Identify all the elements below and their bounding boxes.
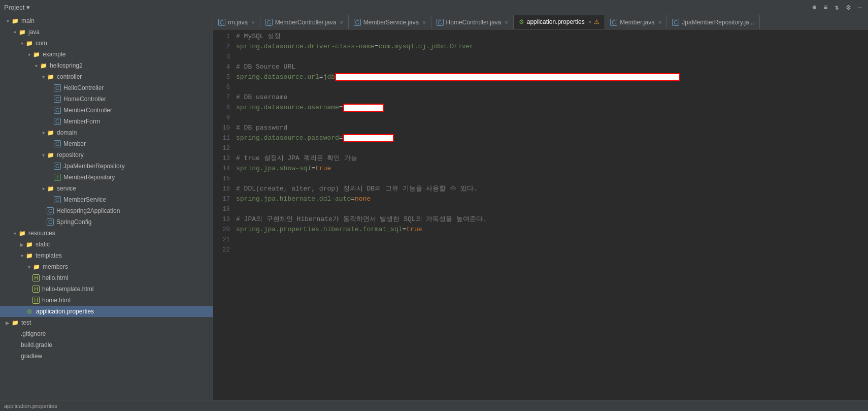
sidebar-label-homecontroller: HomeController [63, 96, 106, 103]
sidebar-label-hello-template-html: hello-template.html [42, 286, 93, 293]
sidebar-item-member[interactable]: C Member [0, 138, 213, 149]
sidebar-item-static[interactable]: ▶ 📁 static [0, 239, 213, 250]
sidebar-item-membercontroller[interactable]: C MemberController [0, 105, 213, 116]
sidebar-item-controller[interactable]: ▾ 📁 controller [0, 71, 213, 82]
editor-area: C rm.java × C MemberController.java × C … [213, 15, 868, 400]
tab-close-icon[interactable]: × [422, 19, 425, 25]
sidebar-label-home-html: home.html [42, 297, 71, 304]
editor-content[interactable]: 1 # MySQL 설정 2 spring.datasource.driver-… [213, 29, 868, 400]
bottom-bar: application.properties [0, 400, 868, 411]
class-c-icon: C [54, 96, 61, 103]
line-number: 15 [213, 174, 236, 184]
sidebar-item-service[interactable]: ▾ 📁 service [0, 183, 213, 194]
top-bar: Project ▾ ⊕ ≡ ⇅ ⚙ — [0, 0, 868, 15]
sort-icon[interactable]: ⇅ [833, 2, 841, 13]
line-number: 20 [213, 225, 236, 235]
minimize-icon[interactable]: — [856, 3, 864, 13]
code-line-16: 16 # DDL(create, alter, drop) 정의시 DB의 고유… [213, 184, 868, 194]
tab-form[interactable]: C rm.java × [213, 15, 260, 29]
html-icon: H [32, 274, 40, 281]
class-c-icon: C [54, 107, 61, 114]
project-label: Project [4, 4, 24, 11]
sidebar-item-com[interactable]: ▾ 📁 com [0, 38, 213, 49]
sidebar-item-hello-html[interactable]: H hello.html [0, 272, 213, 283]
tab-label-form: rm.java [228, 19, 248, 26]
settings-icon[interactable]: ⚙ [844, 2, 852, 13]
tab-icon-c: C [437, 19, 444, 26]
sidebar-item-springconfig[interactable]: C SpringConfig [0, 216, 213, 228]
sidebar-item-resources[interactable]: ▾ 📁 resources [0, 228, 213, 239]
redacted-password [343, 134, 394, 142]
sidebar-item-repository[interactable]: ▾ 📁 repository [0, 149, 213, 161]
line-number: 14 [213, 164, 236, 174]
project-dropdown[interactable]: Project ▾ [4, 4, 30, 11]
sidebar-item-java[interactable]: ▾ 📁 java [0, 26, 213, 38]
line-content: spring.jpa.hibernate.ddl-auto=none [236, 194, 868, 204]
folder-icon: 📁 [18, 28, 26, 36]
line-content: # DB password [236, 123, 868, 133]
sidebar-label-service: service [57, 185, 76, 192]
sidebar-label-member: Member [63, 140, 86, 147]
arrow-icon: ▾ [25, 264, 32, 270]
arrow-icon: ▾ [18, 41, 25, 46]
sidebar-label-build-gradle: build.gradle [21, 341, 52, 349]
sidebar-item-gradlew[interactable]: gradlew [0, 351, 213, 362]
line-number: 13 [213, 153, 236, 164]
redacted-username [343, 104, 384, 112]
tab-icon-c: C [354, 19, 361, 26]
folder-icon: 📁 [47, 151, 55, 159]
tab-memberservice[interactable]: C MemberService.java × [349, 15, 431, 29]
line-content: # DB Source URL [236, 62, 868, 72]
sidebar-item-main[interactable]: ▾ 📁 main [0, 15, 213, 26]
sidebar-item-memberrepository[interactable]: I MemberRepository [0, 172, 213, 183]
sidebar-item-home-html[interactable]: H home.html [0, 295, 213, 306]
tab-jpamemberrepository[interactable]: C JpaMemberRepository.ja... [667, 15, 759, 29]
sidebar-label-gitignore: .gitignore [21, 330, 46, 337]
sidebar-label-java: java [28, 28, 40, 36]
sidebar-label-hellospring2app: Hellospring2Application [56, 207, 120, 214]
tab-label-member: Member.java [620, 19, 655, 26]
tab-close-icon[interactable]: × [588, 19, 591, 25]
sidebar-item-hello-template-html[interactable]: H hello-template.html [0, 283, 213, 295]
tab-close-icon[interactable]: × [340, 19, 343, 25]
code-line-1: 1 # MySQL 설정 [213, 31, 868, 42]
sidebar-item-application-properties[interactable]: ⚙ application.properties [0, 306, 213, 317]
tab-member[interactable]: C Member.java × [605, 15, 667, 29]
sidebar-label-domain: domain [57, 129, 77, 136]
arrow-icon: ▾ [25, 52, 32, 57]
sidebar-item-memberform[interactable]: C MemberForm [0, 116, 213, 127]
sidebar-item-hellospring2app[interactable]: C Hellospring2Application [0, 205, 213, 216]
sidebar-item-test[interactable]: ▶ 📁 test [0, 317, 213, 328]
line-content: spring.datasource.url=jdb [236, 72, 868, 82]
arrow-icon: ▾ [40, 186, 47, 192]
sidebar-item-hellocontroller[interactable]: C HelloController [0, 82, 213, 93]
sidebar-label-jpamemberrepository: JpaMemberRepository [63, 163, 125, 170]
sidebar-item-jpamemberrepository[interactable]: C JpaMemberRepository [0, 161, 213, 172]
sidebar-item-example[interactable]: ▾ 📁 example [0, 49, 213, 60]
sidebar-item-memberservice[interactable]: C MemberService [0, 194, 213, 205]
sidebar-item-hellospring2[interactable]: ▾ 📁 hellospring2 [0, 60, 213, 71]
sidebar-item-homecontroller[interactable]: C HomeController [0, 93, 213, 105]
add-icon[interactable]: ⊕ [810, 2, 818, 13]
sidebar-item-members[interactable]: ▾ 📁 members [0, 261, 213, 272]
class-c-icon: C [54, 196, 61, 203]
line-content: # true 설정시 JPA 쿼리문 확인 가능 [236, 153, 868, 164]
line-number: 3 [213, 52, 236, 62]
sidebar-item-gitignore[interactable]: .gitignore [0, 328, 213, 339]
sidebar-item-build-gradle[interactable]: build.gradle [0, 339, 213, 351]
sidebar-item-templates[interactable]: ▾ 📁 templates [0, 250, 213, 261]
tab-application-properties[interactable]: ⚙ application.properties × ⚠ [514, 15, 606, 29]
sidebar-label-templates: templates [36, 252, 62, 259]
tab-close-icon[interactable]: × [658, 19, 661, 25]
tab-close-icon[interactable]: × [251, 19, 254, 25]
list-icon[interactable]: ≡ [821, 3, 829, 13]
line-number: 2 [213, 42, 236, 52]
code-line-6: 6 [213, 82, 868, 92]
code-line-5: 5 spring.datasource.url=jdb [213, 72, 868, 82]
code-line-3: 3 [213, 52, 868, 62]
tab-close-icon[interactable]: × [505, 19, 508, 25]
sidebar-item-domain[interactable]: ▾ 📁 domain [0, 127, 213, 138]
tab-icon-c: C [265, 19, 273, 26]
tab-homecontroller[interactable]: C HomeController.java × [431, 15, 514, 29]
tab-membercontroller[interactable]: C MemberController.java × [260, 15, 349, 29]
